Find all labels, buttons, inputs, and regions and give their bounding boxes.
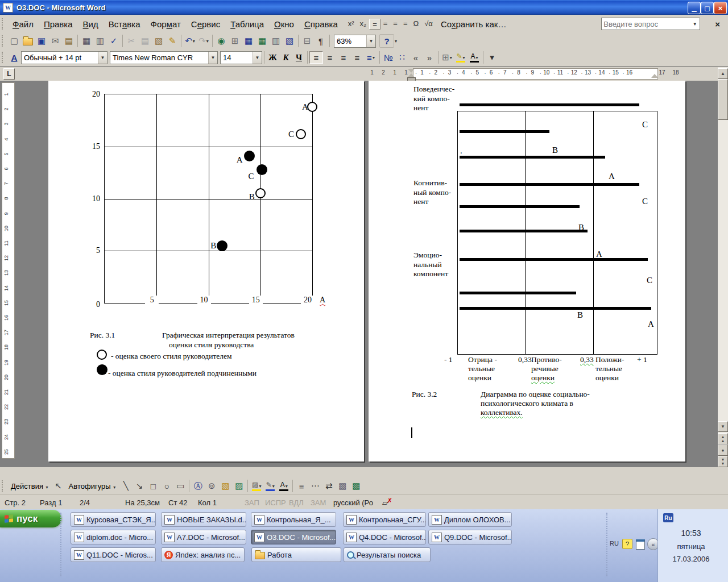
font-color-icon[interactable]: А▾ <box>277 480 291 492</box>
document-page-left[interactable]: 201510505101520AACACBB Рис. 3.1 Графичес… <box>48 81 364 462</box>
taskbar-button[interactable]: WНОВЫЕ ЗАКАЗЫ.d... <box>161 512 246 527</box>
bullet-list-icon[interactable]: ∷ <box>395 51 409 64</box>
font-color-icon[interactable]: А▾ <box>468 51 481 64</box>
question-input[interactable] <box>602 20 690 28</box>
select-objects-icon[interactable]: ↖ <box>52 480 65 492</box>
taskbar-button[interactable]: ЯЯndex: анализ пс... <box>161 547 245 562</box>
toolbar-grip[interactable] <box>2 52 6 63</box>
menu-extra-button[interactable]: = <box>369 19 380 30</box>
toolbar-grip[interactable] <box>2 35 6 47</box>
menu-extra-button[interactable]: x² <box>345 19 357 30</box>
ask-question-box[interactable]: ▼ <box>601 18 700 30</box>
columns-icon[interactable]: ▥ <box>269 35 283 47</box>
taskbar-button[interactable]: WQ4.DOC - Microsof... <box>343 530 426 544</box>
document-page-right[interactable]: Поведенчес-кий компо-нентКогнитив-ный ко… <box>369 81 685 462</box>
taskbar-button[interactable]: WA7.DOC - Microsof... <box>161 530 246 544</box>
next-page-icon[interactable]: ▼▼ <box>718 456 728 467</box>
hanging-indent-marker[interactable] <box>408 73 415 77</box>
right-indent-marker[interactable] <box>651 74 658 78</box>
numbered-list-icon[interactable]: № <box>382 51 395 64</box>
chevron-down-icon[interactable]: ▼ <box>690 18 699 30</box>
previous-page-icon[interactable]: ▲▲ <box>718 433 728 444</box>
taskbar-button[interactable]: WКурсовая_СТЭК_Я... <box>71 512 156 527</box>
taskbar-button[interactable]: WQ11.DOC - Micros... <box>71 547 156 562</box>
close-button[interactable]: × <box>714 2 727 14</box>
language-indicator[interactable]: RU <box>610 540 619 547</box>
select-browse-object-icon[interactable]: ● <box>718 444 728 456</box>
diagram-icon[interactable]: ⊚ <box>205 480 218 492</box>
status-mode-rec[interactable]: ЗАП <box>245 498 265 507</box>
hyperlink-icon[interactable]: ◉ <box>214 35 228 47</box>
font-size-combo[interactable]: 14 ▼ <box>220 51 262 64</box>
spelling-status-icon[interactable]: ▱✗ <box>382 498 395 507</box>
minimize-button[interactable]: ▁ <box>688 2 701 14</box>
toolbar-grip[interactable] <box>2 480 6 492</box>
line-style-icon[interactable]: ≡ <box>295 480 308 492</box>
bold-button[interactable]: Ж <box>266 51 279 64</box>
font-combo[interactable]: Times New Roman CYR ▼ <box>110 51 218 64</box>
chevron-down-icon[interactable]: ▼ <box>98 52 107 64</box>
menu-extra-button[interactable]: = <box>400 19 411 30</box>
taskbar-button[interactable]: Wdiplom.doc - Micro... <box>71 530 156 544</box>
window-tray-icon[interactable] <box>636 539 645 550</box>
scroll-down-icon[interactable]: ▼ <box>718 421 728 432</box>
menu-item-Окно[interactable]: Окно <box>269 18 299 30</box>
chevron-down-icon[interactable]: ▼ <box>366 35 375 47</box>
help-icon[interactable]: ? <box>379 34 394 48</box>
taskbar-button[interactable]: WКонтрольная_Я_... <box>251 512 336 527</box>
autoshapes-menu[interactable]: Автофигуры ▾ <box>65 482 119 490</box>
menu-item-Сервис[interactable]: Сервис <box>186 18 225 30</box>
arrow-style-icon[interactable]: ⇄ <box>322 480 336 492</box>
vertical-scroll-thumb[interactable] <box>718 79 728 120</box>
toolbar-grip[interactable] <box>2 18 6 30</box>
justify-icon[interactable]: ≡ <box>350 51 364 64</box>
taskbar-button[interactable]: WO3.DOC - Microsof... <box>251 530 336 544</box>
text-box-icon[interactable]: ▭ <box>173 480 187 492</box>
wordart-icon[interactable]: Ⓐ <box>191 480 205 492</box>
save-icon[interactable]: ▣ <box>35 35 48 47</box>
start-button[interactable]: пуск <box>0 510 61 527</box>
decrease-indent-icon[interactable]: « <box>409 51 423 64</box>
menu-item-Формат[interactable]: Формат <box>145 18 185 30</box>
search-book-icon[interactable]: ▤ <box>62 35 76 47</box>
italic-button[interactable]: К <box>279 51 292 64</box>
shadow-icon[interactable]: ▩ <box>336 480 349 492</box>
chevron-down-icon[interactable]: ▼ <box>208 52 217 64</box>
status-mode-ext[interactable]: ВДЛ <box>289 498 311 507</box>
chevron-down-icon[interactable]: ▼ <box>253 52 262 64</box>
rectangle-icon[interactable]: □ <box>146 480 160 492</box>
restore-button[interactable]: ▢ <box>701 2 714 14</box>
picture-icon[interactable]: ▨ <box>232 480 246 492</box>
new-document-icon[interactable]: ▢ <box>7 35 21 47</box>
redo-icon[interactable]: ↷▾ <box>197 35 210 47</box>
menu-item-Таблица[interactable]: Таблица <box>225 18 269 30</box>
borders-icon[interactable]: ⊞▾ <box>440 51 454 64</box>
taskbar-button[interactable]: WКонтрольная_СГУ... <box>343 512 426 527</box>
line-color-icon[interactable]: ✎▾ <box>263 480 277 492</box>
align-left-icon[interactable]: ≡ <box>309 51 323 64</box>
menu-item-Вставка[interactable]: Вставка <box>104 18 146 30</box>
scroll-up-icon[interactable]: ▲ <box>718 68 728 79</box>
status-mode-trk[interactable]: ИСПР <box>265 498 289 507</box>
3d-icon[interactable]: ▩ <box>349 480 363 492</box>
line-icon[interactable]: ╲ <box>119 480 133 492</box>
menu-item-Файл[interactable]: Файл <box>7 18 39 30</box>
menu-item-Вид[interactable]: Вид <box>78 18 104 30</box>
menu-item-Правка[interactable]: Правка <box>39 18 78 30</box>
spelling-icon[interactable]: ✓ <box>107 35 121 47</box>
close-document-icon[interactable]: × <box>715 19 720 29</box>
styles-formatting-icon[interactable]: A <box>7 51 21 64</box>
increase-indent-icon[interactable]: » <box>423 51 436 64</box>
status-mode-ovr[interactable]: ЗАМ <box>311 498 333 507</box>
clip-art-icon[interactable]: ▧ <box>218 480 232 492</box>
taskbar-button[interactable]: WQ9.DOC - Microsof... <box>428 530 512 544</box>
taskbar-button[interactable]: Результаты поиска <box>344 547 431 562</box>
menu-extra-button[interactable]: = <box>380 19 391 30</box>
tables-borders-icon[interactable]: ⊞ <box>228 35 242 47</box>
first-line-indent-marker[interactable] <box>408 69 415 73</box>
copy-icon[interactable]: ▤ <box>138 35 152 47</box>
menu-item-save-as[interactable]: Сохранить как… <box>436 18 512 30</box>
align-right-icon[interactable]: ≡ <box>337 51 350 64</box>
toolbar-options-icon[interactable]: ▾ <box>395 39 397 44</box>
align-center-icon[interactable]: ≡ <box>323 51 337 64</box>
